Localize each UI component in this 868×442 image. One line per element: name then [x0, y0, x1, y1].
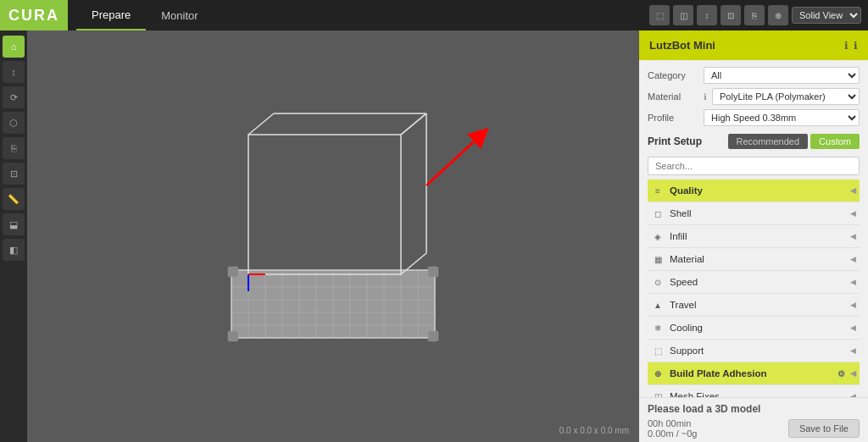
material-select[interactable]: PolyLite PLA (Polymaker) — [712, 88, 860, 105]
category-shell[interactable]: ◻ Shell ◀ — [648, 202, 860, 225]
coordinate-display: 0.0 x 0.0 x 0.0 mm — [559, 426, 629, 435]
support-icon: ⬚ — [651, 344, 665, 357]
category-speed[interactable]: ⊙ Speed ◀ — [648, 271, 860, 294]
mesh-icon: ◫ — [651, 390, 665, 397]
left-sidebar: ⌂ ↕ ⟳ ⬡ ⎘ ⊡ 📏 ⬓ ◧ — [0, 30, 27, 442]
material-label: Material — [648, 91, 698, 102]
quality-icon: ≡ — [651, 184, 665, 197]
view-select[interactable]: Solid View X-Ray Layers — [792, 7, 861, 24]
app-logo: CURA — [0, 0, 68, 30]
topbar: CURA Prepare Monitor ⬚ ◫ ↕ ⊡ ⎘ ⊕ Solid V… — [0, 0, 868, 30]
sidebar-btn-move[interactable]: ↕ — [3, 61, 25, 83]
svg-rect-27 — [428, 331, 438, 341]
profile-row: Profile High Speed 0.38mm — [648, 109, 860, 126]
setup-tabs: Recommended Custom — [728, 134, 860, 149]
svg-line-18 — [248, 113, 274, 135]
material-cat-icon: ▦ — [651, 252, 665, 266]
category-support[interactable]: ⬚ Support ◀ — [648, 340, 860, 362]
quality-label: Quality — [670, 185, 845, 196]
search-input[interactable] — [648, 157, 860, 175]
printer-info-buttons: ℹ ℹ — [844, 40, 858, 52]
speed-icon: ⊙ — [651, 275, 665, 289]
print-setup-header: Print Setup Recommended Custom — [648, 130, 860, 152]
travel-icon: ▲ — [651, 298, 665, 312]
settings-area: Category All Material ℹ PolyLite PLA (Po… — [639, 60, 868, 397]
mesh-label: Mesh Fixes — [670, 391, 845, 397]
viewport: 0.0 x 0.0 x 0.0 mm — [27, 30, 639, 442]
printer-name: LutzBot Mini — [649, 39, 715, 52]
tab-monitor[interactable]: Monitor — [146, 0, 213, 30]
category-infill[interactable]: ◈ Infill ◀ — [648, 225, 860, 248]
sidebar-btn-measure[interactable]: 📏 — [3, 188, 25, 210]
printer-info-icon-1[interactable]: ℹ — [844, 40, 849, 52]
infill-label: Infill — [670, 231, 845, 241]
right-panel: LutzBot Mini ℹ ℹ Category All Material ℹ… — [639, 30, 868, 442]
material-row: Material ℹ PolyLite PLA (Polymaker) — [648, 88, 860, 105]
shell-icon: ◻ — [651, 207, 665, 220]
category-material[interactable]: ▦ Material ◀ — [648, 248, 860, 271]
adhesion-label: Build Plate Adhesion — [670, 368, 832, 378]
main-content: ⌂ ↕ ⟳ ⬡ ⎘ ⊡ 📏 ⬓ ◧ — [0, 30, 868, 442]
travel-arrow: ◀ — [850, 301, 856, 309]
toolbar-icon-6[interactable]: ⊕ — [768, 5, 788, 25]
nav-tabs: Prepare Monitor — [76, 0, 214, 30]
cooling-icon: ❄ — [651, 321, 665, 334]
toolbar-icon-5[interactable]: ⎘ — [744, 5, 765, 25]
quality-arrow: ◀ — [850, 186, 856, 195]
adhesion-icon: ⊕ — [651, 367, 665, 380]
profile-label: Profile — [648, 113, 698, 123]
category-cooling[interactable]: ❄ Cooling ◀ — [648, 317, 860, 340]
category-mesh-fixes[interactable]: ◫ Mesh Fixes ◀ — [648, 385, 860, 397]
shell-arrow: ◀ — [850, 209, 856, 218]
shell-label: Shell — [670, 208, 845, 218]
toolbar-icon-2[interactable]: ◫ — [673, 5, 693, 25]
infill-arrow: ◀ — [850, 232, 856, 240]
category-travel[interactable]: ▲ Travel ◀ — [648, 294, 860, 317]
sidebar-btn-scale[interactable]: ⬡ — [3, 112, 25, 134]
travel-label: Travel — [670, 300, 845, 310]
category-label: Category — [648, 70, 698, 80]
infill-icon: ◈ — [651, 229, 665, 243]
bottom-panel: Please load a 3D model 00h 00min 0.00m /… — [639, 397, 868, 442]
viewport-svg — [164, 84, 503, 389]
support-arrow: ◀ — [850, 346, 856, 355]
category-row: Category All — [648, 67, 860, 84]
cooling-label: Cooling — [670, 323, 845, 333]
material-cat-arrow: ◀ — [850, 255, 856, 263]
speed-label: Speed — [670, 277, 845, 287]
sidebar-btn-place[interactable]: ⬓ — [3, 213, 25, 235]
adhesion-gear-icon[interactable]: ⚙ — [837, 369, 845, 378]
adhesion-arrow: ◀ — [850, 369, 856, 378]
printer-info-icon-2[interactable]: ℹ — [854, 40, 858, 52]
svg-line-21 — [401, 113, 426, 135]
category-quality[interactable]: ≡ Quality ◀ — [648, 180, 860, 202]
toolbar-icon-4[interactable]: ⊡ — [721, 5, 741, 25]
sidebar-btn-rotate[interactable]: ⟳ — [3, 86, 25, 108]
toolbar-icons: ⬚ ◫ ↕ ⊡ ⎘ ⊕ Solid View X-Ray Layers — [649, 5, 861, 25]
tab-recommended[interactable]: Recommended — [728, 134, 809, 149]
save-to-file-button[interactable]: Save to File — [788, 419, 860, 438]
support-label: Support — [670, 345, 845, 356]
category-select[interactable]: All — [704, 67, 860, 84]
time-display: 00h 00min — [648, 418, 697, 428]
tab-prepare[interactable]: Prepare — [76, 0, 146, 30]
tab-custom[interactable]: Custom — [810, 134, 860, 149]
print-setup-label: Print Setup — [648, 135, 702, 147]
speed-arrow: ◀ — [850, 278, 856, 286]
time-material-info: 00h 00min 0.00m / ~0g — [648, 418, 697, 439]
sidebar-btn-support[interactable]: ⊡ — [3, 163, 25, 185]
cooling-arrow: ◀ — [850, 323, 856, 332]
load-model-text: Please load a 3D model — [648, 403, 860, 415]
category-list: ≡ Quality ◀ ◻ Shell ◀ ◈ Infill ◀ ▦ Mater… — [648, 180, 860, 397]
toolbar-icon-3[interactable]: ↕ — [697, 5, 717, 25]
toolbar-icon-1[interactable]: ⬚ — [649, 5, 670, 25]
material-info-icon[interactable]: ℹ — [704, 92, 707, 102]
sidebar-btn-home[interactable]: ⌂ — [3, 36, 25, 58]
svg-rect-26 — [228, 331, 238, 341]
sidebar-btn-mirror[interactable]: ⎘ — [3, 137, 25, 159]
svg-rect-17 — [248, 135, 401, 274]
profile-select[interactable]: High Speed 0.38mm — [704, 109, 860, 126]
category-build-adhesion[interactable]: ⊕ Build Plate Adhesion ⚙ ◀ — [648, 362, 860, 385]
material-display: 0.00m / ~0g — [648, 428, 697, 439]
sidebar-btn-angle[interactable]: ◧ — [3, 239, 25, 261]
